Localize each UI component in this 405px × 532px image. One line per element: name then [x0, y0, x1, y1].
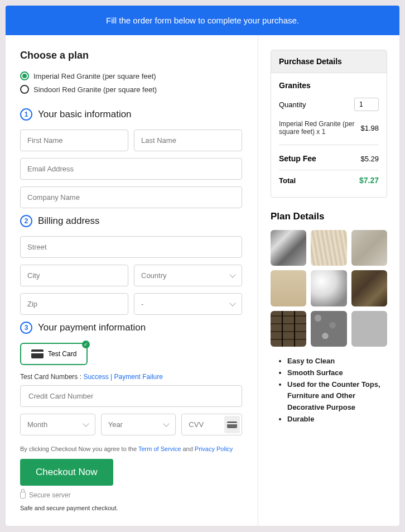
- plan-details-title: Plan Details: [271, 211, 387, 222]
- state-select[interactable]: -: [134, 293, 242, 315]
- content: Choose a plan Imperial Red Granite (per …: [6, 35, 399, 526]
- section-header-3: 3 Your payment information: [20, 322, 242, 334]
- chevron-down-icon: [229, 300, 235, 306]
- section-title: Your payment information: [38, 322, 146, 333]
- purchase-panel-body: Granites Quantity Imperial Red Granite (…: [271, 73, 387, 197]
- city-input[interactable]: [20, 265, 128, 286]
- feature-item: Used for the Counter Tops, Furniture and…: [287, 379, 387, 414]
- right-column: Purchase Details Granites Quantity Imper…: [258, 35, 399, 526]
- setup-fee-label: Setup Fee: [279, 154, 316, 163]
- feature-item: Easy to Clean: [287, 356, 387, 367]
- banner: Fill the order form below to complete yo…: [6, 6, 399, 35]
- purchase-subtitle: Granites: [279, 81, 379, 90]
- purchase-panel-header: Purchase Details: [271, 50, 387, 73]
- granite-swatch[interactable]: [311, 230, 346, 266]
- feature-list: Easy to Clean Smooth Surface Used for th…: [271, 356, 387, 425]
- agreement-text: By clicking Checkout Now you agree to th…: [20, 445, 242, 452]
- first-name-input[interactable]: [20, 130, 128, 151]
- test-card-note: Test Card Numbers : Success | Payment Fa…: [20, 373, 242, 381]
- last-name-input[interactable]: [134, 130, 242, 151]
- step-number-icon: 3: [20, 322, 32, 334]
- card-number-input[interactable]: [20, 385, 242, 407]
- email-input[interactable]: [20, 158, 242, 180]
- total-label: Total: [279, 176, 296, 185]
- granite-swatch[interactable]: [271, 230, 306, 266]
- swatch-grid: [271, 230, 387, 347]
- cvv-card-icon: [224, 416, 240, 433]
- card-type-selector[interactable]: Test Card ✓: [20, 343, 88, 365]
- zip-input[interactable]: [20, 293, 128, 315]
- card-type-label: Test Card: [48, 350, 76, 358]
- chevron-down-icon: [83, 420, 89, 426]
- check-icon: ✓: [82, 341, 90, 348]
- line-item-price: $1.98: [360, 124, 379, 132]
- month-select[interactable]: Month: [20, 414, 95, 435]
- quantity-input[interactable]: [354, 98, 379, 111]
- section-title: Your basic information: [38, 109, 132, 120]
- street-input[interactable]: [20, 236, 242, 258]
- year-select[interactable]: Year: [101, 414, 176, 435]
- plan-radio-group: Imperial Red Granite (per square feet) S…: [20, 69, 242, 96]
- country-select[interactable]: Country: [134, 265, 242, 286]
- success-link[interactable]: Success: [83, 373, 108, 381]
- section-title: Billing address: [38, 215, 100, 227]
- total-price: $7.27: [359, 176, 379, 185]
- secure-note: Secure server: [20, 491, 242, 499]
- company-input[interactable]: [20, 186, 242, 208]
- lock-icon: [20, 492, 26, 499]
- chevron-down-icon: [229, 271, 235, 277]
- quantity-label: Quantity: [279, 100, 306, 109]
- section-header-1: 1 Your basic information: [20, 108, 242, 121]
- line-item-desc: Imperial Red Granite (per square feet) x…: [279, 120, 360, 136]
- granite-swatch[interactable]: [311, 311, 346, 347]
- plan-title: Choose a plan: [20, 50, 242, 61]
- granite-swatch[interactable]: [311, 270, 346, 306]
- failure-link[interactable]: Payment Failure: [114, 373, 163, 381]
- safe-note: Safe and secure payment checkout.: [20, 505, 242, 511]
- left-column: Choose a plan Imperial Red Granite (per …: [6, 35, 258, 526]
- checkout-button[interactable]: Checkout Now: [20, 459, 113, 486]
- plan-option-imperial[interactable]: Imperial Red Granite (per square feet): [20, 69, 242, 83]
- setup-fee-price: $5.29: [360, 155, 379, 163]
- radio-icon: [20, 85, 29, 94]
- granite-swatch[interactable]: [351, 311, 387, 347]
- purchase-panel: Purchase Details Granites Quantity Imper…: [271, 50, 387, 198]
- granite-swatch[interactable]: [351, 230, 387, 266]
- feature-item: Smooth Surface: [287, 367, 387, 379]
- plan-option-sindoori[interactable]: Sindoori Red Granite (per square feet): [20, 83, 242, 96]
- checkout-container: Fill the order form below to complete yo…: [6, 6, 399, 526]
- granite-swatch[interactable]: [351, 270, 387, 306]
- step-number-icon: 2: [20, 215, 32, 227]
- chevron-down-icon: [163, 420, 170, 426]
- plan-option-label: Imperial Red Granite (per square feet): [33, 72, 156, 80]
- granite-swatch[interactable]: [271, 270, 306, 306]
- radio-icon: [20, 71, 29, 80]
- plan-option-label: Sindoori Red Granite (per square feet): [33, 85, 157, 94]
- step-number-icon: 1: [20, 108, 32, 121]
- granite-swatch[interactable]: [271, 311, 306, 347]
- credit-card-icon: [31, 349, 44, 358]
- privacy-link[interactable]: Privacy Policy: [195, 445, 233, 452]
- feature-item: Durable: [287, 414, 387, 425]
- section-header-2: 2 Billing address: [20, 215, 242, 227]
- tos-link[interactable]: Term of Service: [138, 445, 181, 452]
